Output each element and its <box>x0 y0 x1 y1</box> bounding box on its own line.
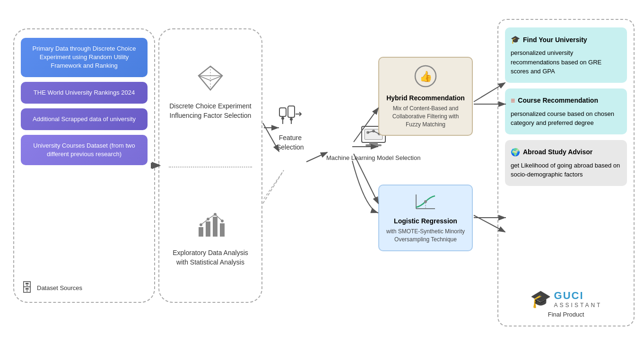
eda-label: Exploratory Data Analysis with Statistic… <box>169 248 252 267</box>
guci-logo-area: 🎓 GUCI ASSISTANT <box>530 289 602 309</box>
svg-rect-25 <box>366 144 382 146</box>
ml-label: Machine Learning Model Selection <box>326 154 420 162</box>
logistic-icon <box>385 192 466 214</box>
abroad-study-title: 🌍 Abroad Study Advisor <box>511 147 621 158</box>
dce-label: Discrete Choice Experiment Influencing F… <box>169 102 252 120</box>
find-university-card: 🎓 Find Your University personalized univ… <box>505 27 627 83</box>
abroad-study-desc: get Likelihood of going abroad based on … <box>511 161 621 179</box>
course-rec-title: ≡ Course Recommendation <box>511 95 621 106</box>
globe-icon: 🌍 <box>511 147 520 158</box>
hybrid-icon: 👍 <box>385 64 466 91</box>
find-university-desc: personalized university recommendations … <box>511 48 621 76</box>
university-courses-card: University Courses Dataset (from two dif… <box>21 135 148 165</box>
guci-name: GUCI <box>554 290 602 302</box>
eda-block: Exploratory Data Analysis with Statistic… <box>169 213 252 267</box>
diagram-container: Primary Data through Discrete Choice Exp… <box>0 0 644 344</box>
database-icon: 🗄 <box>21 281 33 295</box>
eda-icon <box>196 213 225 244</box>
final-product-label: Final Product <box>548 311 584 318</box>
right-panel: 🎓 Find Your University personalized univ… <box>497 19 635 326</box>
course-rec-desc: personalized course based on chosen cate… <box>511 109 621 128</box>
abroad-study-card: 🌍 Abroad Study Advisor get Likelihood of… <box>505 140 627 186</box>
guci-sub: ASSISTANT <box>554 302 602 309</box>
find-university-title: 🎓 Find Your University <box>511 34 621 45</box>
logistic-box: Logistic Regression with SMOTE-Synthetic… <box>378 185 473 251</box>
svg-text:👍: 👍 <box>419 70 433 83</box>
svg-point-16 <box>281 117 284 120</box>
svg-point-31 <box>424 200 427 203</box>
hybrid-box: 👍 Hybrid Recommendation Mix of Content-B… <box>378 57 473 136</box>
graduation-icon: 🎓 <box>511 34 520 45</box>
svg-line-34 <box>264 170 284 199</box>
logistic-title: Logistic Regression <box>385 217 466 225</box>
guci-block: 🎓 GUCI ASSISTANT Final Product <box>505 289 627 318</box>
svg-rect-4 <box>199 227 203 237</box>
dce-icon <box>196 64 225 97</box>
svg-rect-6 <box>213 217 218 237</box>
dataset-label: 🗄 Dataset Sources <box>21 277 148 295</box>
logistic-desc: with SMOTE-Synthetic Minority Oversampli… <box>385 228 466 244</box>
course-icon: ≡ <box>511 95 515 106</box>
middle-panel: Discrete Choice Experiment Influencing F… <box>158 28 262 303</box>
feature-label: FeatureSelection <box>277 133 304 152</box>
svg-line-40 <box>306 152 327 162</box>
the-rankings-card: THE World University Rankings 2024 <box>21 82 148 104</box>
feature-selection-block: FeatureSelection <box>277 104 304 152</box>
svg-rect-24 <box>369 142 378 144</box>
svg-line-39 <box>263 170 284 203</box>
hybrid-title: Hybrid Recommendation <box>385 94 466 102</box>
guci-hat-icon: 🎓 <box>530 289 551 309</box>
svg-rect-13 <box>288 106 295 117</box>
dce-block: Discrete Choice Experiment Influencing F… <box>169 64 252 120</box>
additional-scrapped-card: Additional Scrapped data of university <box>21 108 148 130</box>
svg-point-17 <box>290 118 293 121</box>
svg-rect-12 <box>279 108 286 116</box>
svg-rect-5 <box>206 221 210 237</box>
guci-text-group: GUCI ASSISTANT <box>554 290 602 309</box>
middle-divider <box>169 167 252 168</box>
left-panel: Primary Data through Discrete Choice Exp… <box>13 28 155 303</box>
primary-data-card: Primary Data through Discrete Choice Exp… <box>21 38 148 77</box>
feature-icon <box>278 104 302 130</box>
course-recommendation-card: ≡ Course Recommendation personalized cou… <box>505 88 627 134</box>
hybrid-desc: Mix of Content-Based and Collaborative F… <box>385 105 466 128</box>
svg-rect-7 <box>220 223 225 237</box>
